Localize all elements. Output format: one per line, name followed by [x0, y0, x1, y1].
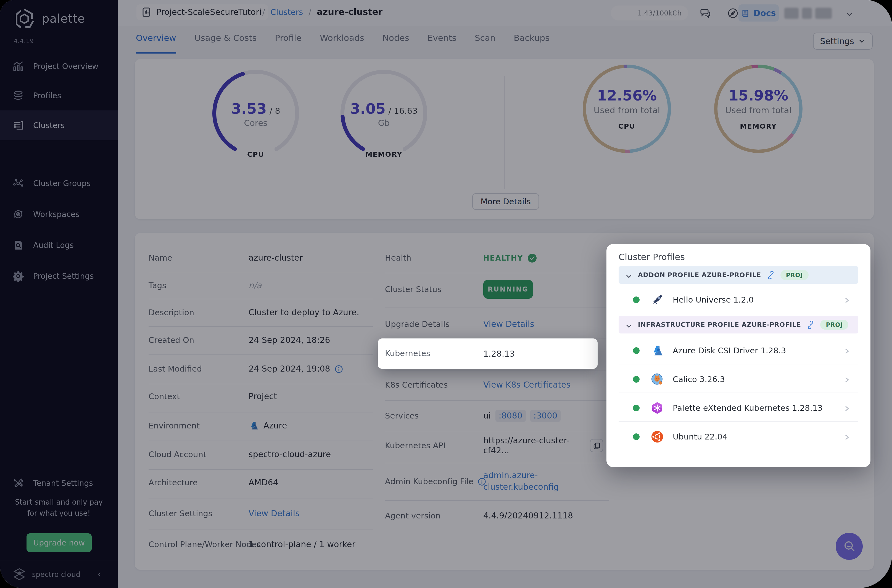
status-dot [633, 297, 640, 303]
status-dot [633, 347, 640, 354]
chevron-right-icon [843, 433, 851, 441]
chevron-right-icon [843, 296, 851, 304]
app-window: palette 4.4.19 Project Overview [0, 0, 892, 588]
hello-universe-icon [651, 293, 664, 306]
proj-scope-badge: PROJ [820, 320, 848, 330]
chevron-right-icon [843, 346, 851, 354]
chevron-right-icon [843, 404, 851, 412]
ubuntu-icon [651, 430, 664, 443]
palette-kubernetes-icon [651, 401, 664, 414]
chevron-down-icon [625, 321, 632, 328]
profile-layer-row-calico[interactable]: Calico 3.26.3 [619, 366, 858, 393]
panel-title: Cluster Profiles [619, 252, 685, 262]
status-dot [633, 376, 640, 382]
profile-layer-row-hello-universe[interactable]: Hello Universe 1.2.0 [619, 286, 858, 314]
calico-icon [651, 372, 664, 386]
chevron-right-icon [843, 375, 851, 383]
link-icon [767, 271, 775, 279]
profile-layer-row-pxk[interactable]: Palette eXtended Kubernetes 1.28.13 [619, 394, 858, 422]
cluster-profiles-panel: Cluster Profiles ADDON PROFILE AZURE-PRO… [607, 244, 871, 467]
status-dot [633, 434, 640, 440]
status-dot [633, 404, 640, 411]
kubernetes-version-spotlight-row[interactable]: Kubernetes 1.28.13 [378, 339, 598, 369]
proj-scope-badge: PROJ [781, 270, 808, 280]
profile-layer-row-azure-csi[interactable]: Azure Disk CSI Driver 1.28.3 [619, 337, 858, 364]
addon-profile-section-header[interactable]: ADDON PROFILE AZURE-PROFILE PROJ [619, 266, 858, 284]
kubernetes-version-value: 1.28.13 [483, 349, 515, 359]
link-icon [807, 321, 815, 329]
profile-layer-row-ubuntu[interactable]: Ubuntu 22.04 [619, 423, 858, 450]
azure-csi-icon [651, 344, 664, 357]
infrastructure-profile-section-header[interactable]: INFRASTRUCTURE PROFILE AZURE-PROFILE PRO… [619, 316, 858, 333]
chevron-down-icon [625, 272, 632, 279]
